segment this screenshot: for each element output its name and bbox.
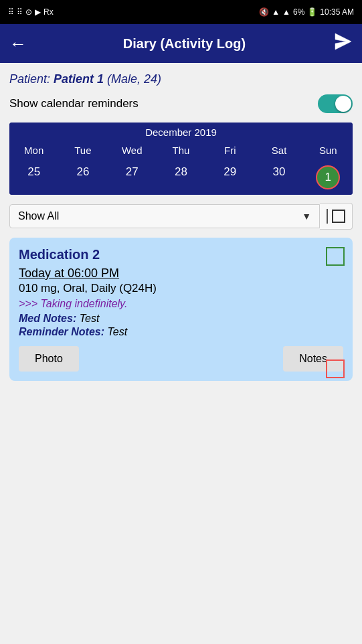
- mute-icon: 🔇: [259, 7, 269, 17]
- status-left-icons: ⠿ ⠿ ⊙ ▶ Rx: [8, 7, 54, 17]
- med-notes-value: Test: [80, 313, 100, 324]
- show-all-dropdown[interactable]: Show All ▼: [9, 204, 320, 228]
- cal-header-fri: Fri: [205, 141, 254, 160]
- patient-prefix: Patient:: [9, 72, 54, 86]
- cal-header-thu: Thu: [157, 141, 205, 160]
- cal-day-30[interactable]: 30: [254, 160, 303, 195]
- square-view-icon: [332, 210, 345, 223]
- card-buttons: Photo Notes: [19, 346, 343, 372]
- status-bar: ⠿ ⠿ ⊙ ▶ Rx 🔇 ▲ ▲ 6% 🔋 10:35 AM: [0, 0, 362, 24]
- play-icon: ▶: [35, 7, 41, 17]
- cal-day-1[interactable]: 1: [304, 160, 353, 195]
- show-all-label: Show All: [18, 210, 59, 222]
- time-label: 10:35 AM: [320, 7, 354, 17]
- battery-label: 6%: [293, 7, 304, 17]
- send-button[interactable]: [334, 32, 353, 55]
- reminder-row: Show calendar reminders: [9, 94, 353, 113]
- view-toggle-button[interactable]: [320, 203, 353, 230]
- photo-button[interactable]: Photo: [19, 346, 79, 372]
- medication-dosage: 010 mg, Oral, Daily (Q24H): [19, 282, 314, 295]
- medication-reminder-notes: Reminder Notes: Test: [19, 326, 314, 338]
- medication-time: Today at 06:00 PM: [19, 266, 314, 280]
- patient-name: Patient 1: [54, 72, 104, 86]
- calendar-grid: Mon Tue Wed Thu Fri Sat Sun 25 26 27 28 …: [9, 141, 353, 195]
- dropdown-arrow-icon: ▼: [302, 211, 311, 222]
- cal-header-sun: Sun: [304, 141, 353, 160]
- page-title: Diary (Activity Log): [35, 36, 334, 52]
- cal-day-26[interactable]: 26: [58, 160, 107, 195]
- calendar-month: December 2019: [9, 123, 353, 141]
- battery-icon: 🔋: [307, 7, 317, 17]
- card-checkboxes: [326, 247, 345, 378]
- show-all-row: Show All ▼: [9, 203, 353, 230]
- reminder-notes-value: Test: [107, 326, 127, 337]
- status-right-icons: 🔇 ▲ ▲ 6% 🔋 10:35 AM: [259, 7, 354, 17]
- cal-header-wed: Wed: [108, 141, 157, 160]
- medication-title: Medication 2: [19, 247, 343, 262]
- wifi-icon: ▲: [272, 7, 280, 17]
- reminder-label: Show calendar reminders: [9, 97, 139, 110]
- cal-day-29[interactable]: 29: [205, 160, 254, 195]
- toggle-knob: [335, 96, 351, 112]
- cal-day-27[interactable]: 27: [108, 160, 157, 195]
- patient-suffix: (Male, 24): [104, 72, 161, 86]
- main-content: Patient: Patient 1 (Male, 24) Show calen…: [0, 63, 362, 381]
- cal-header-mon: Mon: [9, 141, 58, 160]
- nav-bar: ← Diary (Activity Log): [0, 24, 362, 63]
- calendar: December 2019 Mon Tue Wed Thu Fri Sat Su…: [9, 123, 353, 195]
- medication-card: Medication 2 Today at 06:00 PM 010 mg, O…: [9, 238, 353, 381]
- grid2-icon: ⠿: [17, 7, 23, 17]
- cal-day-25[interactable]: 25: [9, 160, 58, 195]
- medication-med-notes: Med Notes: Test: [19, 313, 314, 325]
- checkbox-green[interactable]: [326, 247, 345, 266]
- cal-header-sat: Sat: [254, 141, 303, 160]
- selected-day-circle: 1: [316, 165, 340, 189]
- settings-icon: ⊙: [25, 7, 32, 17]
- cal-day-28[interactable]: 28: [157, 160, 205, 195]
- cal-header-tue: Tue: [58, 141, 107, 160]
- patient-info: Patient: Patient 1 (Male, 24): [9, 72, 353, 86]
- vbar-icon: [327, 209, 328, 224]
- checkbox-red[interactable]: [326, 359, 345, 378]
- medication-taking: >>> Taking indefinitely.: [19, 298, 314, 310]
- svg-marker-0: [335, 33, 351, 50]
- rx-icon: Rx: [43, 7, 54, 17]
- reminder-notes-label: Reminder Notes:: [19, 326, 107, 337]
- back-button[interactable]: ←: [9, 33, 27, 54]
- reminder-toggle[interactable]: [318, 94, 353, 113]
- med-notes-label: Med Notes:: [19, 313, 80, 324]
- signal-icon: ▲: [282, 7, 290, 17]
- grid-icon: ⠿: [8, 7, 14, 17]
